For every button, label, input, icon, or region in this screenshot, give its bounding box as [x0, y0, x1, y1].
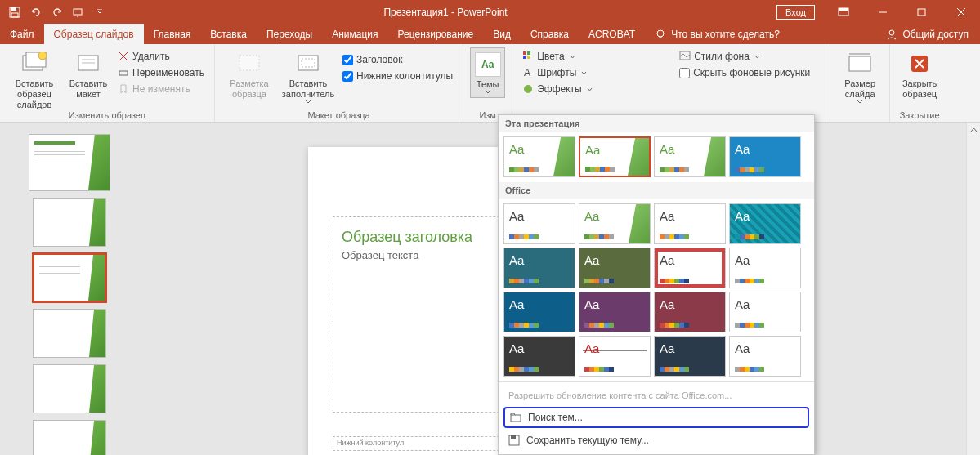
vertical-scrollbar[interactable]: [966, 123, 980, 455]
quick-access-toolbar: [0, 2, 114, 22]
tab-review[interactable]: Рецензирование: [388, 24, 484, 44]
tab-slide-master[interactable]: Образец слайдов: [44, 24, 144, 44]
layout-thumbnail-5[interactable]: [33, 420, 106, 455]
theme-item[interactable]: Aa: [729, 292, 801, 332]
svg-point-31: [524, 85, 532, 93]
slide-size-label: Размер слайда: [844, 78, 875, 100]
theme-item[interactable]: Aa: [654, 136, 726, 177]
master-layout-button: Разметка образца: [222, 47, 277, 103]
window-title: Презентация1 - PowerPoint: [114, 7, 776, 18]
svg-rect-26: [523, 51, 526, 55]
theme-item[interactable]: Aa: [503, 136, 575, 177]
theme-item[interactable]: Aa: [503, 292, 575, 332]
tab-animations[interactable]: Анимация: [322, 24, 387, 44]
insert-slide-master-button[interactable]: Вставить образец слайдов: [7, 47, 62, 114]
undo-button[interactable]: [26, 2, 46, 22]
theme-item[interactable]: Aa: [503, 248, 575, 288]
theme-item[interactable]: Aa: [579, 203, 651, 244]
layout-thumbnail-2[interactable]: [33, 253, 106, 302]
tab-help[interactable]: Справка: [521, 24, 579, 44]
tab-home[interactable]: Главная: [144, 24, 201, 44]
layout-icon: [75, 51, 101, 77]
themes-dropdown: Эта презентация AaAaAaAa Office AaAaAaAa…: [498, 114, 815, 455]
placeholder-icon: [295, 51, 321, 77]
tab-acrobat[interactable]: ACROBAT: [579, 24, 645, 44]
master-thumbnail[interactable]: [29, 134, 110, 191]
share-button[interactable]: Общий доступ: [875, 29, 980, 40]
theme-item[interactable]: Aa: [579, 336, 651, 377]
hide-background-checkbox[interactable]: Скрыть фоновые рисунки: [676, 65, 823, 80]
footers-checkbox[interactable]: Нижние колонтитулы: [339, 69, 456, 83]
insert-layout-label: Вставить макет: [69, 78, 108, 100]
save-current-theme-label: Сохранить текущую тему...: [526, 435, 649, 446]
theme-item[interactable]: Aa: [654, 203, 726, 244]
background-styles-button[interactable]: Стили фона: [676, 49, 823, 64]
close-master-view-button[interactable]: Закрыть образец: [897, 47, 942, 103]
theme-item[interactable]: Aa: [729, 336, 801, 377]
tab-transitions[interactable]: Переходы: [257, 24, 322, 44]
themes-button[interactable]: Aa Темы: [470, 47, 505, 98]
theme-item[interactable]: Aa: [654, 292, 726, 332]
theme-item[interactable]: Aa: [729, 248, 801, 288]
master-layout-label: Разметка образца: [230, 78, 269, 100]
theme-item[interactable]: Aa: [579, 292, 651, 332]
slide-size-button[interactable]: Размер слайда: [837, 47, 883, 107]
dropdown-footer: Разрешить обновление контента с сайта Of…: [499, 381, 814, 454]
svg-rect-28: [523, 56, 526, 59]
workspace: Образец заголовка Образец текста Нижний …: [0, 123, 980, 455]
maximize-button[interactable]: [903, 0, 941, 24]
colors-button[interactable]: Цвета: [519, 49, 666, 64]
delete-button[interactable]: Удалить: [114, 49, 208, 64]
master-layout-icon: [236, 51, 262, 77]
enable-office-content-link: Разрешить обновление контента с сайта Of…: [499, 386, 814, 405]
insert-layout-button[interactable]: Вставить макет: [65, 47, 111, 103]
layout-thumbnail-1[interactable]: [33, 198, 106, 247]
theme-item[interactable]: Aa: [579, 136, 651, 177]
close-window-button[interactable]: [942, 0, 980, 24]
slide-master-icon: [21, 51, 47, 77]
insert-placeholder-button[interactable]: Вставить заполнитель: [280, 47, 336, 107]
rename-button[interactable]: Переименовать: [114, 65, 208, 80]
theme-item[interactable]: Aa: [503, 203, 575, 244]
start-from-beginning-button[interactable]: [69, 2, 88, 22]
folder-icon: [510, 412, 521, 423]
slide-thumbnails-panel[interactable]: [0, 123, 139, 455]
scroll-up-button[interactable]: [967, 123, 980, 136]
themes-icon: Aa: [475, 51, 501, 78]
effects-button[interactable]: Эффекты: [519, 82, 666, 96]
redo-button[interactable]: [47, 2, 67, 22]
signin-button[interactable]: Вход: [776, 5, 815, 20]
insert-placeholder-label: Вставить заполнитель: [282, 78, 334, 100]
svg-rect-22: [119, 71, 128, 75]
window-controls: Вход: [776, 0, 980, 24]
tab-insert[interactable]: Вставка: [200, 24, 257, 44]
theme-item[interactable]: Aa: [503, 336, 575, 377]
slide-number-placeholder[interactable]: ‹#›: [308, 147, 329, 160]
browse-themes-link[interactable]: Поиск тем...: [503, 407, 809, 428]
layout-thumbnail-3[interactable]: [33, 309, 106, 358]
title-checkbox[interactable]: Заголовок: [339, 52, 456, 67]
svg-text:A: A: [524, 67, 530, 78]
minimize-button[interactable]: [864, 0, 902, 24]
save-button[interactable]: [5, 2, 25, 22]
tab-file[interactable]: Файл: [0, 24, 44, 44]
theme-item[interactable]: Aa: [579, 248, 651, 288]
theme-item[interactable]: Aa: [729, 203, 801, 244]
group-edit-master: Вставить образец слайдов Вставить макет …: [0, 44, 215, 122]
save-icon: [508, 435, 520, 446]
group-close: Закрыть образец Закрытие: [890, 44, 949, 122]
close-icon: [906, 51, 933, 77]
themes-office-grid: AaAaAaAaAaAaAaAaAaAaAaAaAaAaAaAa: [499, 199, 814, 381]
tab-view[interactable]: Вид: [483, 24, 521, 44]
title-bar: Презентация1 - PowerPoint Вход: [0, 0, 980, 24]
group-master-layout-label: Макет образца: [215, 110, 463, 120]
theme-item[interactable]: Aa: [729, 136, 801, 177]
ribbon-display-options-button[interactable]: [825, 0, 862, 24]
fonts-button[interactable]: AШрифты: [519, 65, 666, 80]
theme-item[interactable]: Aa: [654, 336, 726, 377]
tell-me-search[interactable]: Что вы хотите сделать?: [645, 29, 790, 40]
layout-thumbnail-4[interactable]: [33, 364, 106, 413]
save-current-theme-link[interactable]: Сохранить текущую тему...: [499, 430, 814, 451]
qat-customize-button[interactable]: [90, 2, 110, 22]
theme-item[interactable]: Aa: [654, 248, 726, 288]
